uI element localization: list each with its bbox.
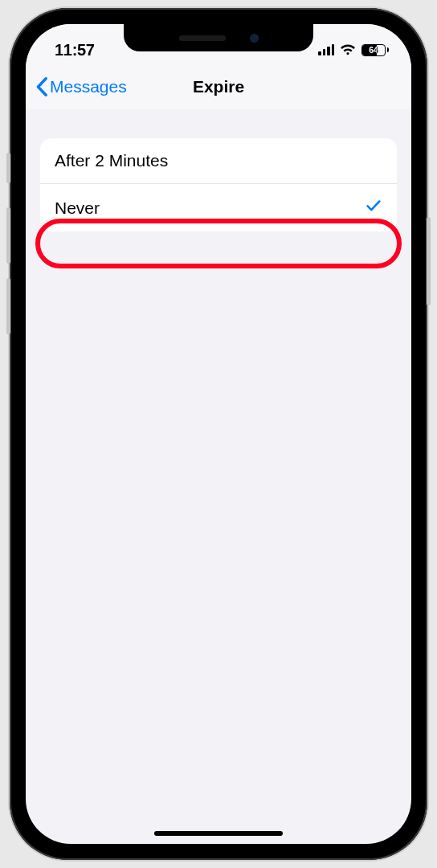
screen: 11:57 64 [26,24,411,844]
notch [124,24,313,51]
option-after-2-minutes[interactable]: After 2 Minutes [40,138,397,183]
back-label: Messages [50,77,127,96]
chevron-left-icon [35,77,48,96]
option-label: After 2 Minutes [55,151,168,170]
option-never[interactable]: Never [40,183,397,231]
power-button [427,217,431,305]
back-button[interactable]: Messages [32,72,130,101]
option-label: Never [55,199,100,218]
options-list: After 2 Minutes Never [40,138,397,231]
wifi-icon [340,44,356,56]
content: After 2 Minutes Never [26,109,411,231]
home-indicator[interactable] [154,831,283,836]
status-right: 64 [318,44,389,56]
nav-bar: Messages Expire [26,64,411,109]
option-check [365,197,382,219]
battery-indicator: 64 [361,44,389,56]
phone-frame: 11:57 64 [10,8,427,860]
volume-up-button [6,207,10,264]
silent-switch [6,153,10,183]
battery-percent: 64 [369,45,378,55]
status-time: 11:57 [55,41,95,59]
volume-down-button [6,278,10,334]
cellular-signal-icon [318,44,334,55]
speaker-grille [179,35,226,41]
front-camera [250,34,259,43]
